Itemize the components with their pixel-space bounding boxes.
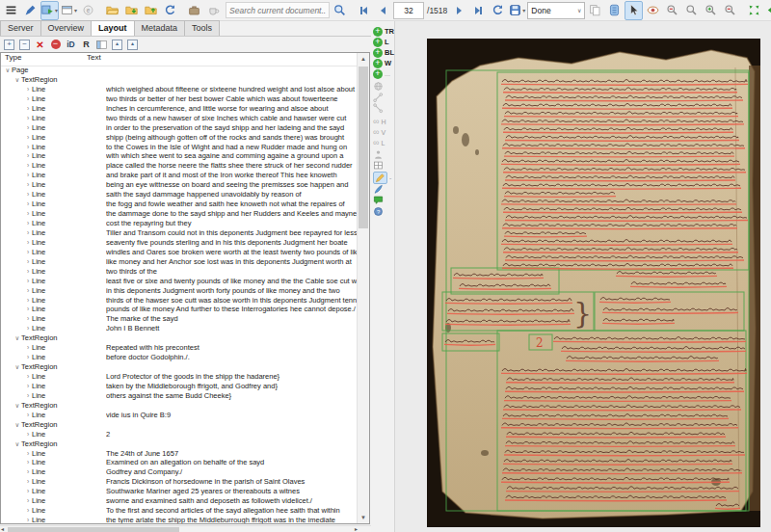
import-document-button[interactable] bbox=[122, 1, 141, 20]
column-header-text[interactable]: Text bbox=[87, 53, 369, 66]
next-page-button[interactable] bbox=[450, 1, 468, 20]
tree-row[interactable]: ›Linethirds of the hawser soe cutt was a… bbox=[1, 296, 358, 306]
chevron-right-icon[interactable]: › bbox=[24, 228, 32, 238]
tree-row[interactable]: ›Linevide ius in Quire B:9 bbox=[1, 411, 358, 420]
chevron-down-icon[interactable]: ∨ bbox=[13, 75, 21, 85]
scroll-up-icon[interactable]: ▲ bbox=[358, 53, 369, 65]
page-number-input[interactable] bbox=[393, 2, 424, 19]
tree-row[interactable]: ›LineJohn I B Bennett bbox=[1, 324, 358, 333]
tree-row[interactable]: ›Linewindles and Oares soe broken were w… bbox=[1, 248, 358, 257]
tree-row[interactable]: ∨TextRegion bbox=[1, 75, 358, 85]
select-tool-button[interactable] bbox=[625, 1, 643, 20]
chevron-right-icon[interactable]: › bbox=[24, 161, 32, 171]
tree-row[interactable]: ›LineTiller and Transom could not in thi… bbox=[1, 228, 358, 238]
tree-row[interactable]: ∨TextRegion bbox=[1, 439, 358, 449]
chevron-right-icon[interactable]: › bbox=[24, 391, 32, 401]
reload-collection-button[interactable] bbox=[161, 1, 179, 20]
tree-row[interactable]: ›Lineshipp (being although gotten off of… bbox=[1, 133, 358, 143]
remove-item-button[interactable]: − bbox=[50, 40, 61, 50]
tree-row[interactable]: ›Linein order to the preservation of the… bbox=[1, 123, 358, 133]
visibility-button[interactable] bbox=[644, 1, 662, 20]
comments-button[interactable] bbox=[373, 195, 384, 205]
chevron-right-icon[interactable]: › bbox=[24, 449, 32, 459]
chevron-right-icon[interactable]: › bbox=[24, 458, 32, 467]
tree-row[interactable]: ›Lineseaventy five pounds sterling and i… bbox=[1, 238, 358, 248]
tree-row[interactable]: ›Linecost the repayring but they bbox=[1, 219, 358, 228]
chevron-right-icon[interactable]: › bbox=[24, 143, 32, 152]
transcript-view-button[interactable] bbox=[605, 1, 624, 20]
pen-tool-button[interactable] bbox=[373, 184, 384, 195]
fit-width-button[interactable] bbox=[764, 1, 771, 20]
chevron-right-icon[interactable]: › bbox=[24, 496, 32, 506]
chevron-down-icon[interactable]: ∨ bbox=[13, 401, 21, 411]
scroll-left-icon[interactable]: ◂ bbox=[1, 526, 4, 532]
tree-row[interactable]: ›LineSouthwarke Mariner aged 25 yeares o… bbox=[1, 487, 358, 496]
tree-row[interactable]: ›Lineto the Cowes in the Isle of Wight a… bbox=[1, 143, 358, 152]
dropdown-caret-icon[interactable]: ▾ bbox=[522, 7, 525, 13]
tree-row[interactable]: ›Lineleast five or sixe and twenty pound… bbox=[1, 277, 358, 286]
chevron-right-icon[interactable]: › bbox=[24, 171, 32, 180]
add-line-button[interactable]: +L bbox=[373, 37, 389, 47]
embed-button[interactable]: e bbox=[79, 1, 97, 20]
add-baseline-button[interactable]: +BL bbox=[373, 47, 394, 58]
chevron-right-icon[interactable]: › bbox=[24, 477, 32, 487]
tree-row[interactable]: ›LineExamined on an allegation on behalf… bbox=[1, 458, 358, 467]
tree-row[interactable]: ›LineLord Protector of the goods in the … bbox=[1, 372, 358, 382]
search-button[interactable] bbox=[331, 1, 349, 20]
tree-row[interactable]: ›Linetwo thirds of the bbox=[1, 267, 358, 277]
chevron-right-icon[interactable]: › bbox=[24, 257, 32, 267]
tab-tools[interactable]: Tools bbox=[184, 20, 220, 36]
tree-row[interactable]: ›Linelike money and her Anchor soe lost … bbox=[1, 257, 358, 267]
chevron-right-icon[interactable]: › bbox=[24, 286, 32, 296]
chevron-right-icon[interactable]: › bbox=[24, 372, 32, 382]
chevron-right-icon[interactable]: › bbox=[24, 219, 32, 228]
tree-row[interactable]: ›Lineplace called the horse neere the fl… bbox=[1, 161, 358, 171]
tree-row[interactable]: ∨TextRegion bbox=[1, 362, 358, 372]
tree-row[interactable]: ∨Page bbox=[1, 66, 358, 75]
split-view-button[interactable] bbox=[96, 40, 107, 50]
chevron-right-icon[interactable]: › bbox=[24, 114, 32, 123]
person-tool-button[interactable] bbox=[373, 149, 384, 160]
tree-row[interactable]: ›LineThe 24th of June 1657 bbox=[1, 449, 358, 459]
chevron-right-icon[interactable]: › bbox=[24, 104, 32, 114]
chevron-right-icon[interactable]: › bbox=[24, 430, 32, 439]
chevron-right-icon[interactable]: › bbox=[24, 314, 32, 324]
chevron-right-icon[interactable]: › bbox=[24, 296, 32, 306]
save-button[interactable]: ▾ bbox=[508, 1, 526, 20]
link-line-button[interactable]: ∞L bbox=[373, 138, 385, 148]
tree-row[interactable]: ›Linewith which shee went to sea againe … bbox=[1, 151, 358, 161]
tree-row[interactable]: ›Linebeing an eye wittnesse on board and… bbox=[1, 180, 358, 190]
collapse-all-button[interactable]: − bbox=[19, 40, 30, 50]
status-dropdown[interactable]: Done∨ bbox=[527, 2, 585, 19]
tree-row[interactable]: ›Lineand brake part of it and most of th… bbox=[1, 171, 358, 180]
versions-button[interactable] bbox=[204, 1, 223, 20]
tab-server[interactable]: Server bbox=[0, 20, 41, 36]
document-canvas[interactable]: }2 bbox=[395, 21, 771, 532]
chevron-right-icon[interactable]: › bbox=[24, 516, 32, 523]
split-shape-button[interactable] bbox=[373, 93, 384, 103]
chevron-right-icon[interactable]: › bbox=[24, 180, 32, 190]
tree-row[interactable]: ›LineInches in cercumference, and little… bbox=[1, 104, 358, 114]
copy-transcript-button[interactable] bbox=[586, 1, 604, 20]
tree-row[interactable]: ›Linesworne and examined saith and depos… bbox=[1, 496, 358, 506]
tree-row[interactable]: ›Linewhich weighed about fifteene or six… bbox=[1, 85, 358, 94]
tab-overview[interactable]: Overview bbox=[40, 20, 93, 36]
chevron-right-icon[interactable]: › bbox=[24, 267, 32, 277]
chevron-down-icon[interactable]: ∨ bbox=[13, 362, 21, 372]
chevron-right-icon[interactable]: › bbox=[24, 411, 32, 420]
chevron-right-icon[interactable]: › bbox=[24, 382, 32, 391]
dropdown-caret-icon[interactable]: ▾ bbox=[74, 7, 77, 13]
manuscript-image[interactable]: }2 bbox=[427, 39, 760, 527]
last-page-button[interactable] bbox=[469, 1, 488, 20]
tree-row[interactable]: ›LineTo the first and second articles of… bbox=[1, 506, 358, 516]
tree-row[interactable]: ›Linetwo thirds or better of her best bo… bbox=[1, 94, 358, 104]
zoom-original-button[interactable] bbox=[663, 1, 681, 20]
add-textregion-button[interactable]: +TR bbox=[373, 26, 394, 37]
chevron-right-icon[interactable]: › bbox=[24, 133, 32, 143]
dropdown-caret-icon[interactable]: ▾ bbox=[55, 7, 58, 13]
scroll-down-icon[interactable]: ▼ bbox=[358, 512, 369, 523]
tree-row[interactable]: ›LineGodfrey and Company./ bbox=[1, 467, 358, 477]
scrollbar-thumb[interactable] bbox=[359, 66, 368, 228]
chevron-right-icon[interactable]: › bbox=[24, 209, 32, 219]
chevron-right-icon[interactable]: › bbox=[24, 238, 32, 248]
